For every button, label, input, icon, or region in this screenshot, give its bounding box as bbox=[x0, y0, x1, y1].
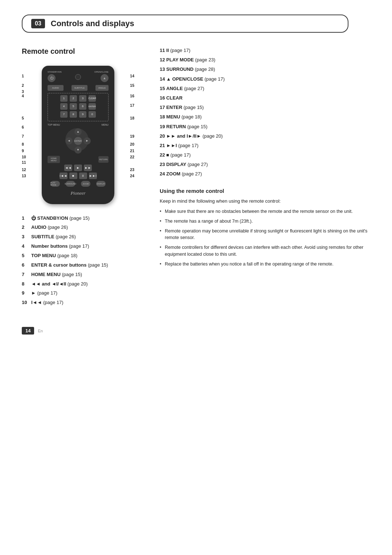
standby-label: STANDBY/ON bbox=[48, 71, 62, 73]
list-item: 6 ENTER & cursor buttons (page 15) bbox=[22, 262, 145, 269]
item-text: ► (page 17) bbox=[31, 290, 57, 297]
list-item: 10 I◄◄ (page 17) bbox=[22, 299, 145, 306]
item-num: 1 bbox=[22, 215, 29, 222]
bullet-item: Remote controllers for different devices… bbox=[160, 244, 370, 258]
play-btn[interactable]: ► bbox=[74, 165, 82, 171]
item-num: 4 bbox=[22, 243, 29, 250]
item-num: 12 bbox=[160, 57, 165, 62]
audio-btn[interactable]: AUDIO bbox=[48, 85, 64, 91]
remote-body: STANDBY/ON OPEN/CLOSE ⏻ ▲ bbox=[42, 66, 114, 204]
list-item: 3 SUBTITLE (page 26) bbox=[22, 234, 145, 240]
num-3-btn[interactable]: 3 bbox=[79, 95, 86, 102]
remote-control-title: Remote control bbox=[22, 47, 145, 56]
chapter-title: Controls and displays bbox=[51, 19, 134, 28]
label-24: 24 bbox=[130, 174, 134, 178]
right-list-item: 19 RETURN (page 15) bbox=[160, 123, 370, 130]
home-return-row: HOMEMENU RETURN bbox=[48, 156, 109, 163]
item-num: 5 bbox=[22, 252, 29, 259]
label-22: 22 bbox=[130, 155, 134, 159]
right-list-item: 20 ►► and I►/II► (page 20) bbox=[160, 133, 370, 139]
num-8-btn[interactable]: 8 bbox=[70, 111, 77, 118]
num-1-btn[interactable]: 1 bbox=[60, 95, 68, 102]
surround-btn[interactable]: SURROUND bbox=[66, 181, 75, 187]
pioneer-logo: Pioneer bbox=[48, 190, 109, 196]
num-7-btn[interactable]: 7 bbox=[60, 111, 68, 118]
label-18: 18 bbox=[130, 116, 134, 120]
fast-forward-btn[interactable]: ►► bbox=[84, 165, 92, 171]
page-lang: En bbox=[38, 329, 42, 333]
bullet-item: Remote operation may become unreliable i… bbox=[160, 228, 370, 242]
item-num: 13 bbox=[160, 66, 165, 72]
item-num: 20 bbox=[160, 133, 165, 139]
right-list-item: 11 II (page 17) bbox=[160, 47, 370, 54]
right-list: 11 II (page 17) 12 PLAY MODE (page 23) 1… bbox=[160, 47, 370, 178]
label-9: 9 bbox=[22, 149, 24, 153]
left-list: 1 ⏻ STANDBY/ON (page 15) 2 AUDIO (page 2… bbox=[22, 215, 145, 306]
stop-btn[interactable]: ■ bbox=[69, 173, 77, 179]
item-num: 21 bbox=[160, 143, 165, 148]
display-btn[interactable]: DISPLAY bbox=[96, 181, 106, 187]
page-number: 14 bbox=[22, 327, 34, 335]
label-2: 2 bbox=[22, 83, 24, 88]
label-23: 23 bbox=[130, 167, 134, 172]
right-list-item: 18 MENU (page 18) bbox=[160, 114, 370, 120]
cursor-right-btn[interactable]: ► bbox=[83, 137, 91, 145]
item-num: 22 bbox=[160, 152, 165, 158]
label-19: 19 bbox=[130, 134, 134, 138]
menu-label-row: TOP MENU MENU bbox=[48, 123, 109, 126]
open-close-btn[interactable]: ▲ bbox=[101, 74, 109, 82]
item-text: AUDIO (page 26) bbox=[31, 224, 68, 231]
item-num: 16 bbox=[160, 95, 165, 101]
item-num: 23 bbox=[160, 162, 165, 167]
num-9-btn[interactable]: 9 bbox=[79, 111, 86, 118]
label-20: 20 bbox=[130, 142, 134, 146]
standby-btn[interactable]: ⏻ bbox=[48, 74, 56, 82]
right-list-item: 22 ■ (page 17) bbox=[160, 152, 370, 158]
num-0-btn[interactable]: 0 bbox=[89, 111, 96, 118]
page-container: 03 Controls and displays Remote control … bbox=[0, 0, 392, 349]
list-item: 7 HOME MENU (page 15) bbox=[22, 271, 145, 278]
item-num: 19 bbox=[160, 124, 165, 129]
top-btn-area: ⏻ ▲ bbox=[48, 74, 109, 82]
home-menu-btn[interactable]: HOMEMENU bbox=[48, 156, 60, 163]
page-footer: 14 En bbox=[22, 327, 370, 335]
enter-btn[interactable]: ENTER bbox=[89, 103, 96, 110]
right-list-item: 15 ANGLE (page 27) bbox=[160, 85, 370, 92]
label-5: 5 bbox=[22, 116, 24, 120]
num-6-btn[interactable]: 6 bbox=[79, 103, 86, 110]
label-1: 1 bbox=[22, 74, 24, 78]
list-item: 9 ► (page 17) bbox=[22, 290, 145, 297]
item-num: 2 bbox=[22, 224, 29, 231]
num-5-btn[interactable]: 5 bbox=[70, 103, 77, 110]
prev-btn[interactable]: I◄◄ bbox=[60, 173, 68, 179]
right-list-item: 12 PLAY MODE (page 23) bbox=[160, 57, 370, 63]
angle-btn[interactable]: ANGLE bbox=[95, 85, 109, 91]
item-num: 8 bbox=[22, 281, 29, 288]
subtitle-btn[interactable]: SUBTITLE bbox=[72, 85, 87, 91]
label-14: 14 bbox=[130, 74, 134, 78]
list-item: 4 Number buttons (page 17) bbox=[22, 243, 145, 250]
label-6: 6 bbox=[22, 125, 24, 129]
zoom-btn[interactable]: ZOOM bbox=[81, 181, 90, 187]
pause-btn[interactable]: II bbox=[79, 173, 87, 179]
label-7: 7 bbox=[22, 134, 24, 138]
num-2-btn[interactable]: 2 bbox=[70, 95, 77, 102]
left-column: Remote control 1 2 3 4 5 6 7 8 9 10 11 1… bbox=[22, 47, 145, 309]
bullet-item: Make sure that there are no obstacles be… bbox=[160, 208, 370, 215]
cursor-down-btn[interactable]: ▼ bbox=[74, 146, 82, 154]
item-text: SUBTITLE (page 26) bbox=[31, 234, 76, 240]
cursor-up-btn[interactable]: ▲ bbox=[74, 128, 82, 135]
next-btn[interactable]: ►►I bbox=[89, 173, 97, 179]
label-13: 13 bbox=[22, 174, 26, 178]
item-num: 11 bbox=[160, 48, 165, 53]
transport-row-2: I◄◄ ■ II ►►I bbox=[48, 173, 109, 179]
clear-btn[interactable]: CLEAR bbox=[89, 95, 96, 102]
right-list-item: 21 ►►I (page 17) bbox=[160, 142, 370, 149]
cursor-left-btn[interactable]: ◄ bbox=[65, 137, 73, 145]
return-btn[interactable]: RETURN bbox=[98, 156, 109, 163]
num-4-btn[interactable]: 4 bbox=[60, 103, 68, 110]
label-10: 10 bbox=[22, 155, 26, 159]
cursor-enter-btn[interactable]: ENTER bbox=[74, 137, 82, 145]
rewind-btn[interactable]: ◄◄ bbox=[64, 165, 72, 171]
play-mode-btn[interactable]: PLAY MODE bbox=[50, 181, 60, 187]
